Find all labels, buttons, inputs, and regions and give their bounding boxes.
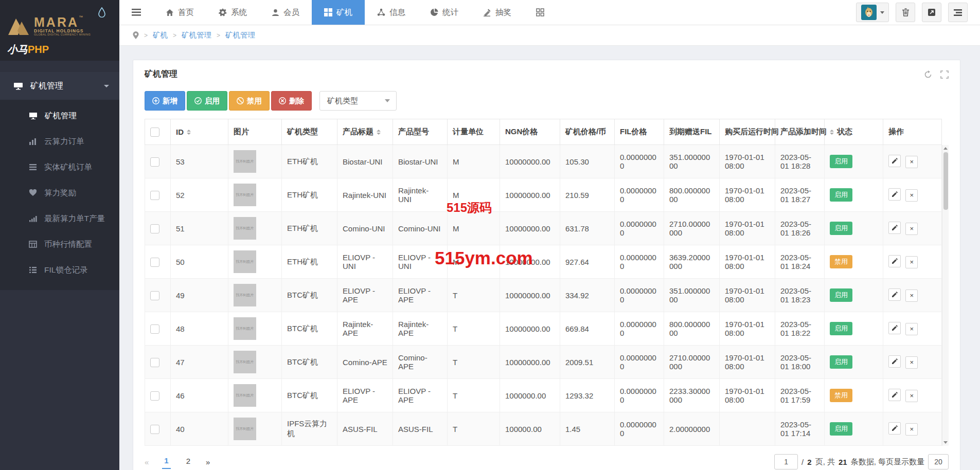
- table-row: 50 找不到图片 ETH矿机 ELIOVP -UNI ELIOVP -UNI M…: [145, 245, 942, 279]
- sort-icon[interactable]: [187, 130, 191, 135]
- edit-button[interactable]: [888, 155, 901, 167]
- breadcrumb-item-miners[interactable]: 矿机: [153, 30, 168, 40]
- close-button[interactable]: ×: [905, 290, 918, 302]
- edit-button[interactable]: [888, 355, 901, 368]
- nav-item-members[interactable]: 会员: [259, 0, 312, 25]
- sort-icon[interactable]: [830, 130, 834, 135]
- external-link-button[interactable]: [922, 3, 941, 22]
- row-checkbox[interactable]: [150, 157, 159, 167]
- nav-item-statistics[interactable]: 统计: [418, 0, 471, 25]
- table-scrollbar[interactable]: [942, 145, 949, 446]
- page-button-1[interactable]: 1: [162, 455, 170, 469]
- nav-item-system[interactable]: 系统: [206, 0, 259, 25]
- pencil-icon: [892, 258, 898, 264]
- sidebar-item-cloud-hashrate-orders[interactable]: 云算力订单: [0, 129, 119, 154]
- miner-type-select[interactable]: 矿机类型: [319, 91, 397, 111]
- cell-id: 52: [171, 178, 228, 212]
- row-checkbox[interactable]: [150, 324, 159, 334]
- total-count: 21: [839, 458, 847, 466]
- nav-item-info[interactable]: 信息: [365, 0, 418, 25]
- brand-tm: ™: [79, 15, 83, 20]
- edit-button[interactable]: [888, 288, 901, 301]
- scrollbar-thumb[interactable]: [943, 152, 948, 210]
- sidebar-item-coin-market-config[interactable]: 币种行情配置: [0, 231, 119, 257]
- page-size-input[interactable]: [928, 454, 949, 469]
- page-button-2[interactable]: 2: [184, 456, 192, 468]
- nav-item-lottery[interactable]: 抽奖: [471, 0, 524, 25]
- row-checkbox[interactable]: [150, 191, 159, 200]
- page-prev-button[interactable]: «: [145, 458, 149, 466]
- lottery-icon: [483, 8, 491, 16]
- scroll-up-arrow[interactable]: [942, 145, 949, 152]
- fullscreen-button[interactable]: [940, 70, 949, 79]
- cell-unit: M: [448, 245, 500, 279]
- add-button[interactable]: 新增: [145, 91, 185, 111]
- apps-grid-icon: [536, 8, 544, 16]
- cell-miner-price: 105.30: [560, 145, 615, 178]
- sidebar-item-miner-management[interactable]: 矿机管理: [0, 103, 119, 129]
- nav-item-apps[interactable]: [524, 0, 557, 25]
- toolbar: 新增 启用 禁用 删除 矿机类型: [133, 86, 960, 119]
- row-checkbox[interactable]: [150, 358, 159, 367]
- sidebar-group-miner-management[interactable]: 矿机管理: [0, 72, 119, 100]
- enable-button[interactable]: 启用: [187, 91, 227, 111]
- sidebar-item-latest-hashrate-output[interactable]: 最新算力单T产量: [0, 206, 119, 231]
- close-button[interactable]: ×: [905, 390, 918, 402]
- brand-bottom-white: 小马: [7, 44, 28, 55]
- select-all-checkbox[interactable]: [150, 128, 159, 137]
- cell-runtime: 1970-01-01 08:00: [720, 245, 775, 279]
- cell-product-model: Biostar-UNI: [393, 145, 448, 178]
- close-button[interactable]: ×: [905, 156, 918, 168]
- sidebar-item-physical-miner-orders[interactable]: 实体矿机订单: [0, 154, 119, 180]
- sidebar-item-hashrate-rewards[interactable]: 算力奖励: [0, 180, 119, 206]
- signal-icon: [29, 215, 37, 222]
- refresh-button[interactable]: [924, 70, 932, 79]
- cell-product-model: ELIOVP -APE: [393, 379, 448, 412]
- edit-button[interactable]: [888, 188, 901, 201]
- pencil-icon: [892, 358, 898, 365]
- row-checkbox[interactable]: [150, 258, 159, 267]
- current-page-input[interactable]: [774, 454, 798, 469]
- breadcrumb-item-miner-management[interactable]: 矿机管理: [182, 30, 211, 40]
- cell-miner-price: 334.92: [560, 279, 615, 312]
- cell-id: 48: [171, 312, 228, 346]
- sidebar-toggle-button[interactable]: [119, 0, 153, 25]
- cell-product-title: Comino-UNI: [337, 212, 393, 245]
- edit-button[interactable]: [888, 255, 901, 267]
- sort-icon[interactable]: [377, 130, 381, 135]
- cell-product-model: Rajintek-UNI: [393, 178, 448, 212]
- cell-ngn-price: 10000000.00: [500, 312, 560, 346]
- close-button[interactable]: ×: [905, 356, 918, 369]
- sidebar-item-fil-lock-records[interactable]: FIL锁仓记录: [0, 257, 119, 283]
- trash-button[interactable]: [896, 3, 915, 22]
- table-row: 53 找不到图片 ETH矿机 Biostar-UNI Biostar-UNI M…: [145, 145, 942, 178]
- row-checkbox[interactable]: [150, 224, 159, 233]
- nav-item-home[interactable]: 首页: [153, 0, 206, 25]
- row-checkbox[interactable]: [150, 391, 159, 401]
- close-button[interactable]: ×: [905, 256, 918, 268]
- cell-product-model: ASUS-FIL: [393, 412, 448, 446]
- close-button[interactable]: ×: [905, 223, 918, 235]
- nav-item-miners[interactable]: 矿机: [312, 0, 365, 25]
- close-button[interactable]: ×: [905, 323, 918, 335]
- main-area: 首页 系统 会员 矿机 信息 统计: [119, 0, 980, 470]
- cell-ngn-price: 10000000.00: [500, 346, 560, 379]
- page-next-button[interactable]: »: [206, 458, 210, 466]
- edit-button[interactable]: [888, 422, 901, 435]
- close-button[interactable]: ×: [905, 423, 918, 436]
- cell-product-title: Rajintek-APE: [337, 312, 393, 346]
- status-badge: 启用: [830, 288, 852, 302]
- disable-button[interactable]: 禁用: [229, 91, 270, 111]
- log-menu-button[interactable]: [948, 3, 968, 22]
- row-checkbox[interactable]: [150, 425, 159, 434]
- breadcrumb-item-current[interactable]: 矿机管理: [225, 30, 255, 40]
- user-menu-button[interactable]: [856, 3, 889, 22]
- edit-button[interactable]: [888, 222, 901, 234]
- close-button[interactable]: ×: [905, 189, 918, 202]
- row-checkbox[interactable]: [150, 291, 159, 300]
- edit-button[interactable]: [888, 322, 901, 334]
- delete-button[interactable]: 删除: [271, 91, 312, 111]
- app-root: MARA™ DIGITAL HOLDINGS GLOBAL DIGITAL CU…: [0, 0, 980, 470]
- edit-button[interactable]: [888, 389, 901, 401]
- cell-id: 51: [171, 212, 228, 245]
